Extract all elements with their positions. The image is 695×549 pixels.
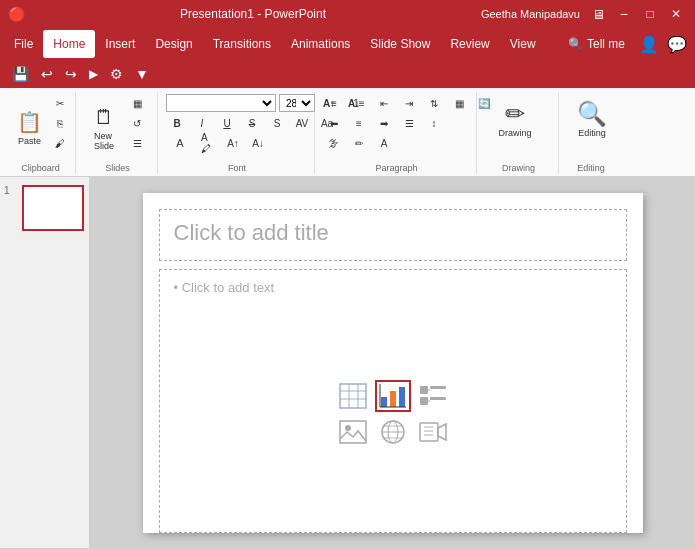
- menu-home[interactable]: Home: [43, 30, 95, 58]
- picture-icon: [339, 419, 367, 445]
- svg-rect-5: [381, 397, 387, 407]
- strikethrough-button[interactable]: S: [241, 114, 263, 132]
- user-name: Geetha Manipadavu: [481, 8, 580, 20]
- char-highlight-button[interactable]: A🖍: [197, 134, 219, 152]
- slide-panel: 1: [0, 177, 90, 548]
- cut-button[interactable]: ✂: [49, 94, 71, 112]
- new-slide-button[interactable]: 🗒 NewSlide: [84, 103, 124, 153]
- save-button[interactable]: 💾: [8, 64, 33, 84]
- present-button[interactable]: ▶: [85, 65, 102, 83]
- decrease-indent-button[interactable]: ⇤: [373, 94, 395, 112]
- menu-insert[interactable]: Insert: [95, 30, 145, 58]
- increase-indent-button[interactable]: ⇥: [398, 94, 420, 112]
- text-direction-button[interactable]: ⇅: [423, 94, 445, 112]
- ribbon-row: 📋 Paste ✂ ⎘ 🖌 Clipboard 🗒 NewSlid: [6, 92, 689, 174]
- editing-button[interactable]: 🔍 Editing: [567, 94, 617, 144]
- paste-button[interactable]: 📋 Paste: [12, 103, 47, 153]
- online-pictures-icon: [379, 419, 407, 445]
- insert-table-button[interactable]: [335, 380, 371, 412]
- align-left-button[interactable]: ⬅: [323, 114, 345, 132]
- reset-button[interactable]: ↺: [126, 114, 148, 132]
- insert-online-pictures-button[interactable]: [375, 416, 411, 448]
- menu-design[interactable]: Design: [145, 30, 202, 58]
- font-size-down-button[interactable]: A↓: [247, 134, 269, 152]
- char-spacing-button[interactable]: AV: [291, 114, 313, 132]
- svg-rect-23: [420, 423, 438, 441]
- clipboard-label: Clipboard: [6, 163, 75, 174]
- svg-rect-16: [340, 421, 366, 443]
- font-family-selector[interactable]: [166, 94, 276, 112]
- justify-button[interactable]: ☰: [398, 114, 420, 132]
- editing-icon: 🔍: [577, 100, 607, 128]
- menu-review[interactable]: Review: [440, 30, 499, 58]
- insert-chart-button[interactable]: [375, 380, 411, 412]
- drawing-button[interactable]: ✏ Drawing: [485, 94, 545, 144]
- para-controls: ≡ 1≡ ⇤ ⇥ ⇅ ▦ 🔄 ⬅ ≡ ➡ ☰ ↕: [323, 94, 495, 162]
- redo-button[interactable]: ↪: [61, 64, 81, 84]
- minimize-button[interactable]: –: [613, 5, 635, 23]
- chart-icon: [379, 383, 407, 409]
- svg-point-17: [345, 425, 351, 431]
- svg-marker-24: [438, 424, 446, 440]
- align-right-button[interactable]: ➡: [373, 114, 395, 132]
- columns-button[interactable]: ▦: [448, 94, 470, 112]
- drawing-icon: ✏: [505, 100, 525, 128]
- menu-view[interactable]: View: [500, 30, 546, 58]
- editing-label: Editing: [561, 163, 621, 174]
- section-button[interactable]: ☰: [126, 134, 148, 152]
- menu-file[interactable]: File: [4, 30, 43, 58]
- insert-smartart-button[interactable]: [415, 380, 451, 412]
- layout-button[interactable]: ▦: [126, 94, 148, 112]
- font-color2-button[interactable]: A: [373, 134, 395, 152]
- highlight-button[interactable]: ✏: [348, 134, 370, 152]
- tell-me-field[interactable]: 🔍 Tell me: [558, 30, 635, 58]
- insert-picture-button[interactable]: [335, 416, 371, 448]
- font-size-selector[interactable]: 28+: [279, 94, 315, 112]
- italic-button[interactable]: I: [191, 114, 213, 132]
- bold-button[interactable]: B: [166, 114, 188, 132]
- slides-label: Slides: [78, 163, 157, 174]
- window-title: Presentation1 - PowerPoint: [25, 7, 481, 21]
- copy-button[interactable]: ⎘: [49, 114, 71, 132]
- ribbon: 📋 Paste ✂ ⎘ 🖌 Clipboard 🗒 NewSlid: [0, 88, 695, 177]
- slide-thumb-1[interactable]: [22, 185, 84, 231]
- insert-video-button[interactable]: [415, 416, 451, 448]
- editing-controls: 🔍 Editing: [567, 94, 617, 154]
- svg-rect-0: [340, 384, 366, 408]
- menu-slideshow[interactable]: Slide Show: [360, 30, 440, 58]
- drawing-label: Drawing: [479, 163, 558, 174]
- ribbon-group-drawing: ✏ Drawing Drawing: [479, 92, 559, 174]
- maximize-button[interactable]: □: [639, 5, 661, 23]
- app-icon: 🔴: [8, 6, 25, 22]
- font-label: Font: [160, 163, 314, 174]
- line-spacing-button[interactable]: ↕: [423, 114, 445, 132]
- content-placeholder[interactable]: • Click to add text: [159, 269, 627, 533]
- format-painter-button[interactable]: 🖌: [49, 134, 71, 152]
- font-color-button[interactable]: A: [166, 134, 194, 152]
- title-bar-left: 🔴: [8, 6, 25, 22]
- bullets-button[interactable]: ≡: [323, 94, 345, 112]
- title-placeholder[interactable]: Click to add title: [159, 209, 627, 261]
- align-center-button[interactable]: ≡: [348, 114, 370, 132]
- menu-transitions[interactable]: Transitions: [203, 30, 281, 58]
- svg-rect-7: [399, 387, 405, 407]
- text-shadow-button[interactable]: 🌫: [323, 134, 345, 152]
- qa-dropdown[interactable]: ▼: [131, 64, 153, 84]
- canvas-area: Click to add title • Click to add text: [90, 177, 695, 548]
- shadow-button[interactable]: S: [266, 114, 288, 132]
- close-button[interactable]: ✕: [665, 5, 687, 23]
- font-size-up-button[interactable]: A↑: [222, 134, 244, 152]
- numbering-button[interactable]: 1≡: [348, 94, 370, 112]
- para-row2: ⬅ ≡ ➡ ☰ ↕: [323, 114, 495, 132]
- content-placeholder-text: • Click to add text: [174, 280, 612, 295]
- underline-button[interactable]: U: [216, 114, 238, 132]
- svg-rect-13: [430, 397, 446, 400]
- paragraph-label: Paragraph: [317, 163, 476, 174]
- customize-qa-button[interactable]: ⚙: [106, 64, 127, 84]
- undo-button[interactable]: ↩: [37, 64, 57, 84]
- clipboard-buttons: 📋 Paste ✂ ⎘ 🖌: [12, 94, 71, 172]
- slides-buttons: 🗒 NewSlide ▦ ↺ ☰: [84, 94, 148, 172]
- monitor-icon: 🖥: [592, 7, 605, 22]
- user-icon: 👤: [639, 35, 659, 54]
- menu-animations[interactable]: Animations: [281, 30, 360, 58]
